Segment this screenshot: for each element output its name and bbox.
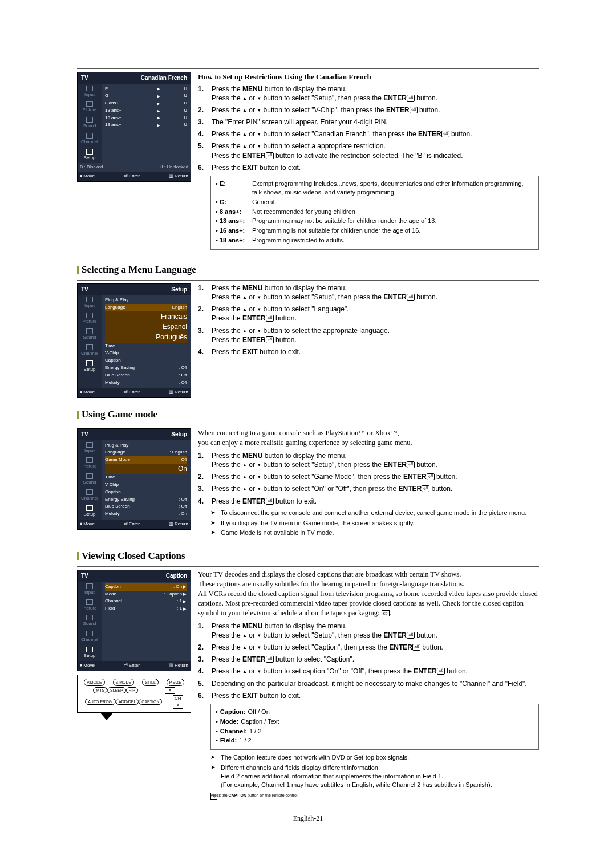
legend-unblocked: U : Unblocked [160, 164, 188, 171]
note-disconnect: To disconnect the game console and conne… [210, 509, 539, 517]
osd-row: 8 ans+▶U [105, 100, 187, 107]
osd-gamemode: TVSetup InputPictureSoundChannelSetupPlu… [77, 428, 191, 530]
caption-options: • Caption: Off / On• Mode: Caption / Tex… [210, 704, 539, 750]
osd-canadian-french: TVCanadian French InputPictureSoundChann… [77, 72, 191, 182]
cc-symbol: cc [382, 610, 390, 616]
enter-icon: ⏎ [407, 95, 415, 102]
step: Press the MENU button to display the men… [198, 283, 539, 302]
remote-btn-pip: PIP [126, 687, 138, 693]
osd-row: Game ModeOff [105, 456, 187, 464]
osd-row: Melody: Off [105, 379, 187, 387]
note-shake: If you display the TV menu in Game mode,… [210, 519, 539, 528]
enter-icon: ⏎ [410, 107, 418, 113]
rating-def: • G:General. [216, 198, 534, 206]
osd-title-right: Canadian French [141, 74, 187, 82]
osd-row: Caption [105, 357, 187, 364]
enter-icon: ⏎ [407, 294, 415, 301]
rating-definitions: • E:Exempt programming includes...news, … [210, 176, 539, 250]
section-title-language: Selecting a Menu Language [77, 263, 539, 277]
remote-icon: ☟ [210, 793, 217, 800]
osd-row: Energy Saving: Off [105, 364, 187, 372]
osd-row: 16 ans+▶U [105, 115, 187, 122]
step: Press the MENU button to display the men… [198, 451, 539, 469]
osd-row: Plug & Play [105, 442, 187, 449]
caption-opt: • Mode: Caption / Text [216, 717, 534, 726]
osd-side-channel: Channel [78, 488, 102, 504]
caption-opt: • Field: 1 / 2 [216, 736, 534, 745]
step: Press the EXIT button to exit. [198, 163, 539, 172]
enter-icon: ⏎ [266, 315, 274, 322]
rating-def: • 16 ans+:Programming is not suitable fo… [216, 226, 534, 235]
remote-btn-smode: S.MODE [113, 679, 135, 686]
foot-enter: ⏎ Enter [124, 521, 140, 528]
enter-icon: ⏎ [266, 656, 274, 663]
osd-side-channel: Channel [78, 131, 102, 147]
osd-row: Blue Screen: Off [105, 372, 187, 379]
caption-opt: • Channel: 1 / 2 [216, 727, 534, 736]
enter-icon: ⏎ [422, 485, 429, 492]
remote-control: P.MODES.MODESTILLP.SIZE MTSSLEEPPIP∧ AUT… [77, 675, 191, 713]
osd-row: LanguageEnglish [105, 304, 187, 311]
osd-title-left: TV [81, 74, 88, 82]
step: Press the ▲ or ▼ button to select "Capti… [198, 643, 539, 652]
foot-return: ▥ Return [169, 663, 188, 669]
osd-side-setup: Setup [78, 504, 102, 520]
osd-title-right: Caption [166, 572, 187, 580]
enter-icon: ⏎ [407, 632, 415, 639]
osd-side-sound: Sound [78, 115, 102, 131]
osd-side-sound: Sound [78, 327, 102, 343]
step: Press the MENU button to display the men… [198, 84, 539, 103]
enter-icon: ⏎ [266, 336, 274, 343]
remote-btn-still: STILL [142, 679, 159, 686]
osd-row: Caption: On▶ [105, 583, 187, 591]
osd-row: Time [105, 474, 187, 481]
osd-title-right: Setup [171, 286, 187, 294]
foot-move: ♦ Move [80, 521, 95, 528]
step: Press the ▲ or ▼ button to select "Game … [198, 472, 539, 481]
step: Press the ▲ or ▼ button to select "Canad… [198, 129, 539, 139]
enter-icon: ⏎ [266, 152, 274, 159]
step: Press the ENTER⏎ button to exit. [198, 497, 539, 506]
osd-row: G▶U [105, 92, 187, 100]
note-caption-button: ☟Press the CAPTION button on the remote … [210, 793, 539, 798]
osd-side-input: Input [78, 440, 102, 456]
osd-row: V-Chip [105, 481, 187, 489]
osd-title-left: TV [81, 572, 88, 580]
osd-row: Blue Screen: Off [105, 503, 187, 510]
osd-row: E▶U [105, 86, 187, 93]
step: Press the EXIT button to exit. [198, 691, 539, 700]
note-dvd: The Caption feature does not work with D… [210, 753, 539, 762]
foot-move: ♦ Move [80, 173, 95, 180]
enter-icon: ⏎ [427, 473, 435, 480]
osd-side-picture: Picture [78, 456, 102, 472]
step: Press the MENU button to display the men… [198, 622, 539, 640]
rating-def: • 13 ans+:Programming may not be suitabl… [216, 217, 534, 225]
osd-side-picture: Picture [78, 311, 102, 327]
osd-row: Plug & Play [105, 297, 187, 304]
foot-enter: ⏎ Enter [124, 389, 140, 396]
osd-row: Field: 1▶ [105, 605, 187, 612]
enter-icon: ⏎ [437, 668, 445, 675]
remote-btn-caption: CAPTION [139, 699, 162, 705]
osd-row: Português [105, 332, 187, 342]
step: Depending on the particular broadcast, i… [198, 679, 539, 688]
osd-row: On [105, 464, 187, 474]
foot-move: ♦ Move [80, 663, 95, 669]
caption-intro: Your TV decodes and displays the closed … [198, 570, 539, 618]
dpad-up: ∧ [165, 687, 175, 694]
step: Press the ▲ or ▼ button to select the ap… [198, 326, 539, 344]
osd-side-input: Input [78, 582, 102, 598]
osd-side-picture: Picture [78, 99, 102, 115]
osd-caption: TVCaption InputPictureSoundChannelSetupC… [77, 570, 191, 671]
foot-enter: ⏎ Enter [124, 173, 140, 180]
foot-return: ▥ Return [169, 389, 188, 396]
osd-side-setup: Setup [78, 147, 102, 163]
step: Press the ▲ or ▼ button to select a appr… [198, 141, 539, 160]
enter-icon: ⏎ [441, 131, 449, 137]
osd-side-setup: Setup [78, 645, 102, 661]
osd-title-right: Setup [171, 431, 187, 439]
legend-blocked: B : Blocked [80, 164, 103, 171]
enter-icon: ⏎ [412, 644, 420, 651]
step: Press the ▲ or ▼ button to select "On" o… [198, 484, 539, 493]
step: Press the ▲ or ▼ button to select "Langu… [198, 305, 539, 323]
